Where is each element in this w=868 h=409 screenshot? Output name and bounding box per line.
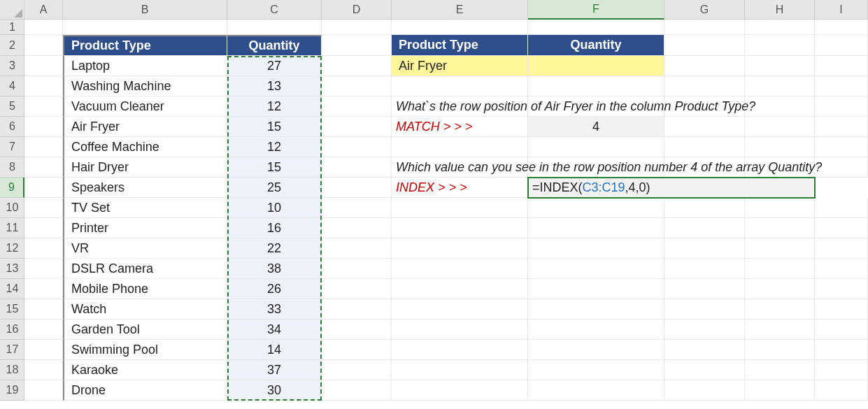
table1-quantity-row[interactable]: 38: [227, 259, 322, 279]
cell-I5[interactable]: [815, 96, 868, 117]
cell-G16[interactable]: [664, 320, 745, 340]
row-headers[interactable]: 12345678910111213141516171819: [0, 20, 24, 401]
cell-H2[interactable]: [745, 35, 815, 56]
cell-A10[interactable]: [24, 198, 63, 218]
cell-A7[interactable]: [24, 137, 63, 157]
cell-I13[interactable]: [815, 259, 868, 279]
row-header-4[interactable]: 4: [0, 76, 24, 96]
row-header-19[interactable]: 19: [0, 380, 24, 401]
cell-E15[interactable]: [392, 299, 528, 320]
question2-text[interactable]: Which value can you see in the row posit…: [392, 157, 528, 178]
cell-G2[interactable]: [664, 35, 745, 56]
cell-F18[interactable]: [528, 360, 664, 380]
cell-D10[interactable]: [322, 198, 392, 218]
row-header-18[interactable]: 18: [0, 360, 24, 380]
cell-I14[interactable]: [815, 279, 868, 299]
cell-E12[interactable]: [392, 238, 528, 259]
index-formula-cell[interactable]: =INDEX(C3:C19,4,0): [528, 178, 815, 198]
cell-D9[interactable]: [322, 178, 392, 198]
row-header-9[interactable]: 9: [0, 178, 24, 198]
cell-G17[interactable]: [664, 340, 745, 360]
cell-G10[interactable]: [664, 198, 745, 218]
cell-G13[interactable]: [664, 259, 745, 279]
cell-D14[interactable]: [322, 279, 392, 299]
cell-E7[interactable]: [392, 137, 528, 157]
cell-F7[interactable]: [528, 137, 664, 157]
row-header-7[interactable]: 7: [0, 137, 24, 157]
cell-A12[interactable]: [24, 238, 63, 259]
table1-product-row[interactable]: Coffee Machine: [63, 137, 227, 157]
cell-D3[interactable]: [322, 56, 392, 76]
index-label[interactable]: INDEX > > >: [392, 178, 528, 198]
table1-quantity-row[interactable]: 26: [227, 279, 322, 299]
cell-F15[interactable]: [528, 299, 664, 320]
col-header-B[interactable]: B: [63, 0, 227, 20]
cell-G7[interactable]: [664, 137, 745, 157]
column-headers[interactable]: ABCDEFGHI: [24, 0, 868, 20]
cell-I2[interactable]: [815, 35, 868, 56]
lookup-header-product[interactable]: Product Type: [392, 35, 528, 56]
cell-D13[interactable]: [322, 259, 392, 279]
row-header-13[interactable]: 13: [0, 259, 24, 279]
table1-product-row[interactable]: Washing Machine: [63, 76, 227, 96]
row-header-1[interactable]: 1: [0, 20, 24, 35]
row-header-2[interactable]: 2: [0, 35, 24, 56]
cell-F19[interactable]: [528, 380, 664, 401]
cell-D18[interactable]: [322, 360, 392, 380]
match-result[interactable]: 4: [528, 117, 664, 137]
cell-B1[interactable]: [63, 20, 227, 35]
cell-H17[interactable]: [745, 340, 815, 360]
table1-product-row[interactable]: TV Set: [63, 198, 227, 218]
cell-F10[interactable]: [528, 198, 664, 218]
cell-I16[interactable]: [815, 320, 868, 340]
cell-G19[interactable]: [664, 380, 745, 401]
col-header-G[interactable]: G: [664, 0, 745, 20]
cell-F1[interactable]: [528, 20, 664, 35]
cell-E4[interactable]: [392, 76, 528, 96]
table1-quantity-row[interactable]: 12: [227, 96, 322, 117]
cell-E18[interactable]: [392, 360, 528, 380]
cell-I17[interactable]: [815, 340, 868, 360]
cell-D11[interactable]: [322, 218, 392, 238]
table1-quantity-row[interactable]: 27: [227, 56, 322, 76]
cell-F13[interactable]: [528, 259, 664, 279]
table1-product-row[interactable]: VR: [63, 238, 227, 259]
lookup-header-quantity[interactable]: Quantity: [528, 35, 664, 56]
cell-H15[interactable]: [745, 299, 815, 320]
question1-text[interactable]: What`s the row position of Air Fryer in …: [392, 96, 528, 117]
col-header-H[interactable]: H: [745, 0, 815, 20]
table1-header-quantity[interactable]: Quantity: [227, 35, 322, 56]
row-header-17[interactable]: 17: [0, 340, 24, 360]
lookup-quantity-empty[interactable]: [528, 56, 664, 76]
cell-H7[interactable]: [745, 137, 815, 157]
cell-A17[interactable]: [24, 340, 63, 360]
cell-E1[interactable]: [392, 20, 528, 35]
table1-product-row[interactable]: Garden Tool: [63, 320, 227, 340]
cell-D12[interactable]: [322, 238, 392, 259]
cell-D19[interactable]: [322, 380, 392, 401]
col-header-I[interactable]: I: [815, 0, 868, 20]
table1-product-row[interactable]: Watch: [63, 299, 227, 320]
table1-quantity-row[interactable]: 15: [227, 157, 322, 178]
cell-H14[interactable]: [745, 279, 815, 299]
cell-A15[interactable]: [24, 299, 63, 320]
cell-I7[interactable]: [815, 137, 868, 157]
col-header-F[interactable]: F: [528, 0, 664, 20]
cell-D4[interactable]: [322, 76, 392, 96]
table1-product-row[interactable]: Mobile Phone: [63, 279, 227, 299]
cell-D1[interactable]: [322, 20, 392, 35]
table1-quantity-row[interactable]: 16: [227, 218, 322, 238]
cell-D7[interactable]: [322, 137, 392, 157]
cell-G15[interactable]: [664, 299, 745, 320]
col-header-D[interactable]: D: [322, 0, 392, 20]
cell-D5[interactable]: [322, 96, 392, 117]
cell-A4[interactable]: [24, 76, 63, 96]
cell-I4[interactable]: [815, 76, 868, 96]
cell-H13[interactable]: [745, 259, 815, 279]
cell-F14[interactable]: [528, 279, 664, 299]
cell-F4[interactable]: [528, 76, 664, 96]
cell-A1[interactable]: [24, 20, 63, 35]
cell-G12[interactable]: [664, 238, 745, 259]
cell-D15[interactable]: [322, 299, 392, 320]
cell-F11[interactable]: [528, 218, 664, 238]
